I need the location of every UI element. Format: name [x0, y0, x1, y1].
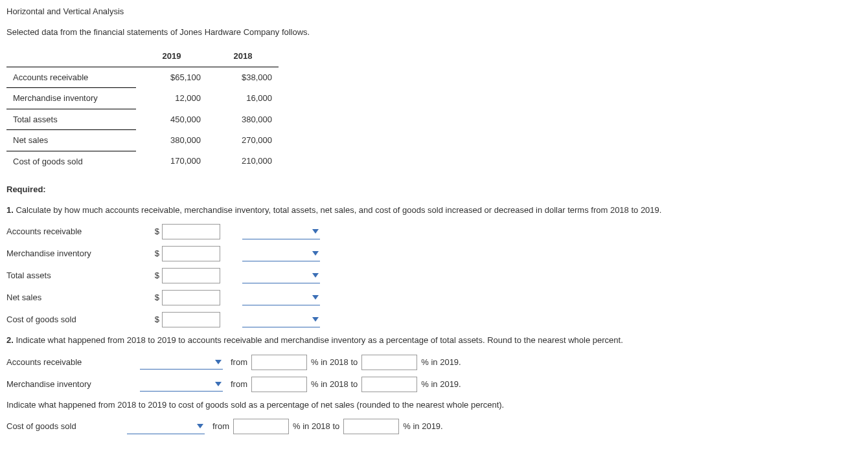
chevron-down-icon — [312, 317, 319, 322]
table-row: Total assets450,000380,000 — [6, 109, 279, 130]
question-2: 2. Indicate what happened from 2018 to 2… — [6, 334, 862, 347]
table-header-2019: 2019 — [136, 47, 207, 67]
chevron-down-icon — [312, 295, 319, 300]
q2-from-text: from — [231, 356, 247, 369]
table-cell-2019: 12,000 — [136, 88, 207, 109]
chevron-down-icon — [215, 360, 222, 364]
q1-input-row: Total assets$ — [6, 268, 862, 283]
chevron-down-icon — [215, 382, 222, 386]
q2-from-text: from — [212, 420, 229, 433]
q1-direction-select[interactable] — [242, 313, 320, 327]
dollar-sign: $ — [152, 313, 159, 326]
q1-direction-select[interactable] — [242, 225, 320, 239]
financial-data-table: 2019 2018 Accounts receivable$65,100$38,… — [6, 47, 279, 171]
chevron-down-icon — [197, 424, 203, 428]
q2-2019-input[interactable] — [361, 377, 417, 392]
chevron-down-icon — [312, 251, 319, 256]
table-cell-2018: $38,000 — [207, 67, 279, 88]
q1-direction-select[interactable] — [242, 291, 320, 305]
q2-row-label: Accounts receivable — [6, 356, 136, 369]
table-cell-2019: $65,100 — [136, 67, 207, 88]
q2-pct2019-text: % in 2019. — [403, 420, 442, 433]
table-header-2018: 2018 — [207, 47, 279, 67]
q2-pct2019-text: % in 2019. — [421, 356, 461, 369]
q1-row-label: Total assets — [6, 269, 149, 282]
dollar-sign: $ — [152, 225, 159, 238]
q1-number: 1. — [6, 205, 14, 215]
q1-amount-input[interactable] — [162, 246, 220, 261]
q1-input-row: Accounts receivable$ — [6, 224, 862, 239]
q1-direction-select[interactable] — [242, 269, 320, 283]
q1-row-label: Net sales — [6, 291, 149, 304]
table-row: Merchandise inventory12,00016,000 — [6, 88, 279, 109]
table-cell-2018: 380,000 — [207, 109, 279, 130]
q1-row-label: Accounts receivable — [6, 225, 149, 238]
q2-cogs-direction-select[interactable] — [127, 419, 205, 434]
required-label: Required: — [6, 183, 862, 196]
q2-direction-select[interactable] — [140, 355, 223, 370]
q2-input-row: Merchandise inventoryfrom% in 2018 to% i… — [6, 377, 862, 392]
table-cell-2019: 450,000 — [136, 109, 207, 130]
q1-amount-input[interactable] — [162, 268, 220, 283]
q2-pct2018-text: % in 2018 to — [311, 356, 358, 369]
q2-cogs-label: Cost of goods sold — [6, 420, 123, 433]
q2-cogs-2019-input[interactable] — [343, 419, 399, 434]
table-row: Cost of goods sold170,000210,000 — [6, 151, 279, 171]
q1-text: Calculate by how much accounts receivabl… — [14, 205, 662, 215]
q1-input-row: Merchandise inventory$ — [6, 246, 862, 261]
table-cell-2019: 380,000 — [136, 130, 207, 151]
q2-row-label: Merchandise inventory — [6, 378, 136, 391]
q1-amount-input[interactable] — [162, 290, 220, 305]
chevron-down-icon — [312, 273, 319, 278]
table-cell-2018: 270,000 — [207, 130, 279, 151]
q1-input-row: Cost of goods sold$ — [6, 312, 862, 327]
q2-cogs-2018-input[interactable] — [233, 419, 289, 434]
table-header-blank — [6, 47, 136, 67]
q1-input-row: Net sales$ — [6, 290, 862, 305]
q2-pct2019-text: % in 2019. — [421, 378, 461, 391]
intro-text: Selected data from the financial stateme… — [6, 26, 862, 39]
q2-input-row: Accounts receivablefrom% in 2018 to% in … — [6, 355, 862, 370]
q2-2018-input[interactable] — [251, 377, 307, 392]
table-row-label: Accounts receivable — [6, 67, 136, 88]
table-row: Net sales380,000270,000 — [6, 130, 279, 151]
question-1: 1. Calculate by how much accounts receiv… — [6, 204, 862, 217]
q1-row-label: Merchandise inventory — [6, 247, 149, 260]
dollar-sign: $ — [152, 247, 159, 260]
q2-2019-input[interactable] — [361, 355, 417, 370]
table-row-label: Cost of goods sold — [6, 151, 136, 171]
table-cell-2018: 210,000 — [207, 151, 279, 171]
q2-pct2018-text: % in 2018 to — [293, 420, 339, 433]
table-cell-2019: 170,000 — [136, 151, 207, 171]
page-title: Horizontal and Vertical Analysis — [6, 5, 862, 18]
q2-number: 2. — [6, 335, 14, 345]
q2-pct2018-text: % in 2018 to — [311, 378, 358, 391]
q2-text: Indicate what happened from 2018 to 2019… — [14, 335, 623, 345]
q1-amount-input[interactable] — [162, 224, 220, 239]
table-row-label: Total assets — [6, 109, 136, 130]
q1-amount-input[interactable] — [162, 312, 220, 327]
chevron-down-icon — [312, 229, 319, 234]
q2-direction-select[interactable] — [140, 377, 223, 392]
q2-subtext: Indicate what happened from 2018 to 2019… — [6, 399, 862, 412]
q1-row-label: Cost of goods sold — [6, 313, 149, 326]
dollar-sign: $ — [152, 291, 159, 304]
q2-2018-input[interactable] — [251, 355, 307, 370]
q2-cogs-row: Cost of goods sold from % in 2018 to % i… — [6, 419, 862, 434]
dollar-sign: $ — [152, 269, 159, 282]
table-row-label: Net sales — [6, 130, 136, 151]
table-row-label: Merchandise inventory — [6, 88, 136, 109]
q2-from-text: from — [231, 378, 247, 391]
q1-direction-select[interactable] — [242, 247, 320, 261]
table-cell-2018: 16,000 — [207, 88, 279, 109]
table-row: Accounts receivable$65,100$38,000 — [6, 67, 279, 88]
